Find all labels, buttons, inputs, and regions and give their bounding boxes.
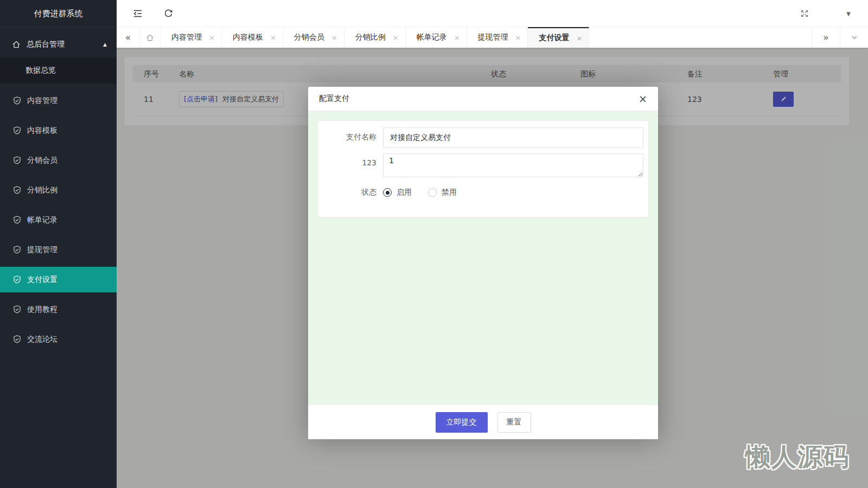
sidebar-group-label: 总后台管理: [27, 40, 65, 49]
collapse-menu-icon[interactable]: [129, 4, 147, 23]
tab-bill-record[interactable]: 帐单记录 ×: [406, 27, 467, 48]
status-radio-group: 启用 禁用: [383, 183, 457, 197]
shield-check-icon: [13, 156, 21, 164]
sidebar-item-label: 提现管理: [27, 245, 58, 255]
radio-disable-label: 禁用: [442, 188, 457, 197]
close-icon[interactable]: ×: [454, 34, 460, 42]
close-icon[interactable]: ×: [270, 34, 276, 42]
sidebar-item-content-manage[interactable]: 内容管理: [0, 88, 117, 113]
sidebar-item-payment-settings[interactable]: 支付设置: [0, 267, 117, 292]
close-icon[interactable]: ×: [209, 34, 215, 42]
refresh-icon[interactable]: [159, 4, 177, 23]
remark-label: 123: [318, 153, 383, 167]
form-row-status: 状态 启用 禁用: [318, 183, 648, 197]
tab-label: 分销会员: [294, 33, 324, 42]
status-label: 状态: [318, 183, 383, 197]
sidebar: 付费进群系统 总后台管理 ▲ 数据总览 内容管理 内容模板 分销会员 分销比例 …: [0, 0, 117, 488]
tab-label: 内容模板: [233, 33, 263, 42]
modal-close-icon[interactable]: ×: [639, 94, 647, 104]
shield-check-icon: [13, 126, 21, 134]
close-icon[interactable]: ×: [331, 34, 337, 42]
shield-check-icon: [13, 246, 21, 254]
sidebar-item-bill-record[interactable]: 帐单记录: [0, 207, 117, 233]
shield-check-icon: [13, 305, 21, 313]
tab-content-template[interactable]: 内容模板 ×: [222, 27, 283, 48]
payment-name-input[interactable]: [383, 127, 643, 148]
sidebar-item-withdraw-manage[interactable]: 提现管理: [0, 237, 117, 262]
home-icon: [12, 40, 21, 49]
shield-check-icon: [13, 335, 21, 343]
watermark-text: 懒人源码: [745, 440, 850, 474]
radio-circle: [428, 188, 437, 197]
tab-label: 提现管理: [478, 33, 508, 42]
tabs-scroll-left-icon[interactable]: «: [117, 27, 140, 48]
tab-label: 支付设置: [539, 33, 569, 43]
sidebar-group-admin[interactable]: 总后台管理 ▲: [0, 31, 117, 57]
tab-withdraw-manage[interactable]: 提现管理 ×: [467, 27, 528, 48]
sidebar-item-content-template[interactable]: 内容模板: [0, 118, 117, 143]
tab-label: 分销比例: [355, 33, 386, 42]
modal-body: 支付名称 123 1 状态 启用 禁用: [308, 111, 658, 404]
close-icon[interactable]: ×: [515, 34, 521, 42]
close-icon[interactable]: ×: [576, 34, 582, 42]
tab-content-manage[interactable]: 内容管理 ×: [161, 27, 222, 48]
sidebar-item-distribution-member[interactable]: 分销会员: [0, 147, 117, 173]
modal-title: 配置支付: [319, 94, 349, 104]
tab-payment-settings[interactable]: 支付设置 ×: [528, 27, 589, 48]
form-row-remark: 123 1: [318, 153, 648, 177]
tab-distribution-member[interactable]: 分销会员 ×: [283, 27, 344, 48]
shield-check-icon: [13, 216, 21, 224]
shield-check-icon: [13, 97, 21, 105]
submit-button[interactable]: 立即提交: [436, 412, 488, 433]
topbar-right: ▼: [795, 0, 868, 27]
sidebar-subitem-label: 数据总览: [25, 66, 56, 75]
sidebar-item-label: 分销会员: [27, 156, 58, 165]
form-row-name: 支付名称: [318, 127, 648, 148]
reset-button[interactable]: 重置: [497, 412, 531, 433]
radio-enable-label: 启用: [397, 188, 412, 197]
sidebar-item-distribution-ratio[interactable]: 分销比例: [0, 177, 117, 203]
sidebar-item-tutorial[interactable]: 使用教程: [0, 297, 117, 322]
sidebar-item-label: 使用教程: [27, 305, 58, 314]
chevron-up-icon: ▲: [103, 42, 107, 47]
sidebar-item-label: 分销比例: [27, 185, 58, 195]
sidebar-item-label: 交流论坛: [27, 335, 58, 344]
remark-textarea[interactable]: 1: [383, 153, 643, 177]
close-icon[interactable]: ×: [393, 34, 399, 42]
radio-disable[interactable]: 禁用: [428, 188, 457, 197]
modal-header: 配置支付 ×: [308, 87, 658, 111]
tab-label: 帐单记录: [417, 33, 447, 42]
sidebar-item-label: 支付设置: [27, 275, 58, 285]
topbar: ▼: [117, 0, 868, 27]
payment-form: 支付名称 123 1 状态 启用 禁用: [317, 120, 649, 217]
payment-name-label: 支付名称: [318, 127, 383, 142]
sidebar-item-forum[interactable]: 交流论坛: [0, 326, 117, 352]
sidebar-item-dashboard[interactable]: 数据总览: [0, 57, 117, 84]
tab-distribution-ratio[interactable]: 分销比例 ×: [344, 27, 406, 48]
sidebar-item-label: 内容模板: [27, 126, 58, 136]
radio-circle: [383, 188, 392, 197]
radio-enable[interactable]: 启用: [383, 188, 412, 197]
shield-check-icon: [13, 275, 21, 284]
modal-footer: 立即提交 重置: [308, 404, 658, 439]
sidebar-item-label: 帐单记录: [27, 215, 58, 225]
configure-payment-modal: 配置支付 × 支付名称 123 1 状态 启用: [308, 87, 658, 439]
app-title: 付费进群系统: [0, 0, 117, 27]
tabs-scroll-right-icon[interactable]: »: [812, 27, 840, 48]
user-caret-down-icon[interactable]: ▼: [846, 11, 851, 17]
home-icon: [146, 34, 154, 42]
shield-check-icon: [13, 186, 21, 194]
fullscreen-icon[interactable]: [795, 4, 814, 23]
tab-bar: « 内容管理 × 内容模板 × 分销会员 × 分销比例 × 帐单记录 × 提现管…: [117, 27, 868, 48]
tabs-menu-chevron-down-icon[interactable]: [840, 27, 868, 48]
tab-label: 内容管理: [171, 33, 202, 42]
tab-controls: »: [812, 27, 868, 48]
tab-home[interactable]: [140, 27, 161, 48]
sidebar-item-label: 内容管理: [27, 96, 58, 106]
